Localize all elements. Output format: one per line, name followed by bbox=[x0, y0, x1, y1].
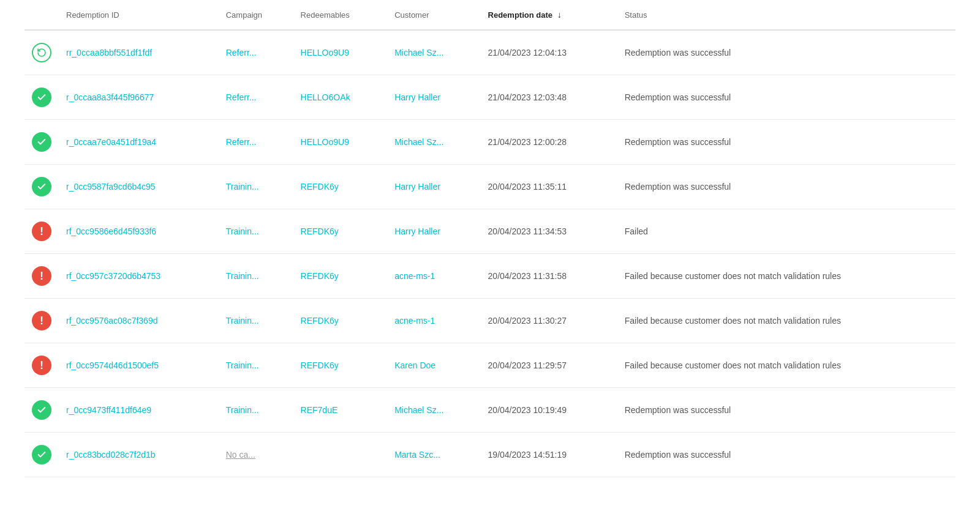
redeemables-cell[interactable]: REFDK6y bbox=[293, 209, 388, 254]
redeemables-cell[interactable]: REF7duE bbox=[293, 388, 388, 433]
redeemables-cell[interactable]: REFDK6y bbox=[293, 343, 388, 388]
redeemables-cell[interactable]: HELLOo9U9 bbox=[293, 120, 388, 165]
customer-link[interactable]: Marta Szc... bbox=[394, 450, 440, 460]
icon-cell bbox=[24, 75, 59, 120]
campaign-cell[interactable]: Trainin... bbox=[219, 299, 293, 343]
campaign-link[interactable]: Trainin... bbox=[226, 226, 259, 236]
redemption-id-cell[interactable]: r_0cc9587fa9cd6b4c95 bbox=[59, 165, 219, 209]
redemption-id-link[interactable]: rf_0cc9576ac08c7f369d bbox=[66, 316, 157, 326]
redemption-id-link[interactable]: rf_0cc9586e6d45f933f6 bbox=[66, 226, 156, 236]
redeemables-link[interactable]: HELLOo9U9 bbox=[301, 137, 349, 147]
customer-cell[interactable]: Marta Szc... bbox=[387, 433, 480, 477]
redemption-id-link[interactable]: r_0cc83bcd028c7f2d1b bbox=[66, 450, 156, 460]
redemption-id-cell[interactable]: rf_0cc957c3720d6b4753 bbox=[59, 254, 219, 299]
customer-link[interactable]: Michael Sz... bbox=[394, 48, 443, 58]
icon-cell bbox=[24, 165, 59, 209]
redeemables-cell[interactable]: REFDK6y bbox=[293, 165, 388, 209]
redeemables-cell[interactable] bbox=[293, 433, 388, 477]
redemption-id-link[interactable]: rf_0cc957c3720d6b4753 bbox=[66, 271, 160, 281]
campaign-link[interactable]: Trainin... bbox=[226, 360, 259, 370]
redemption-id-cell[interactable]: r_0ccaa8a3f445f96677 bbox=[59, 75, 219, 120]
redeemables-link[interactable]: REFDK6y bbox=[301, 360, 339, 370]
redemption-id-link[interactable]: r_0cc9473ff411df64e9 bbox=[66, 405, 151, 415]
campaign-cell[interactable]: Referr... bbox=[219, 120, 293, 165]
table-row[interactable]: r_0cc9587fa9cd6b4c95Trainin...REFDK6yHar… bbox=[24, 165, 956, 209]
redeemables-link[interactable]: REFDK6y bbox=[301, 316, 339, 326]
redemption-date-cell: 21/04/2023 12:04:13 bbox=[481, 30, 617, 75]
table-row[interactable]: !rf_0cc9576ac08c7f369dTrainin...REFDK6ya… bbox=[24, 299, 956, 343]
campaign-link[interactable]: No ca... bbox=[226, 450, 255, 460]
table-row[interactable]: !rf_0cc9574d46d1500ef5Trainin...REFDK6yK… bbox=[24, 343, 956, 388]
customer-cell[interactable]: acne-ms-1 bbox=[387, 254, 480, 299]
campaign-link[interactable]: Referr... bbox=[226, 48, 257, 58]
redemption-id-link[interactable]: rf_0cc9574d46d1500ef5 bbox=[66, 360, 159, 370]
customer-cell[interactable]: Michael Sz... bbox=[387, 30, 480, 75]
customer-cell[interactable]: Michael Sz... bbox=[387, 388, 480, 433]
campaign-cell[interactable]: Referr... bbox=[219, 75, 293, 120]
col-status: Status bbox=[617, 0, 956, 30]
table-row[interactable]: r_0ccaa8a3f445f96677Referr...HELLO6OAkHa… bbox=[24, 75, 956, 120]
redeemables-link[interactable]: HELLOo9U9 bbox=[301, 48, 349, 58]
redeemables-cell[interactable]: HELLOo9U9 bbox=[293, 30, 388, 75]
redeemables-cell[interactable]: HELLO6OAk bbox=[293, 75, 388, 120]
success-icon bbox=[32, 132, 51, 152]
redemption-id-link[interactable]: r_0cc9587fa9cd6b4c95 bbox=[66, 182, 156, 192]
table-row[interactable]: r_0cc9473ff411df64e9Trainin...REF7duEMic… bbox=[24, 388, 956, 433]
table-row[interactable]: !rf_0cc9586e6d45f933f6Trainin...REFDK6yH… bbox=[24, 209, 956, 254]
campaign-link[interactable]: Trainin... bbox=[226, 271, 259, 281]
campaign-cell[interactable]: Trainin... bbox=[219, 254, 293, 299]
redemption-id-cell[interactable]: r_0cc9473ff411df64e9 bbox=[59, 388, 219, 433]
redeemables-link[interactable]: REFDK6y bbox=[301, 182, 339, 192]
customer-cell[interactable]: Harry Haller bbox=[387, 165, 480, 209]
campaign-cell[interactable]: Trainin... bbox=[219, 343, 293, 388]
redemption-id-cell[interactable]: rf_0cc9574d46d1500ef5 bbox=[59, 343, 219, 388]
customer-cell[interactable]: acne-ms-1 bbox=[387, 299, 480, 343]
customer-link[interactable]: Michael Sz... bbox=[394, 137, 443, 147]
col-redemption-id: Redemption ID bbox=[59, 0, 219, 30]
campaign-link[interactable]: Trainin... bbox=[226, 182, 259, 192]
redemption-id-link[interactable]: r_0ccaa7e0a451df19a4 bbox=[66, 137, 156, 147]
table-row[interactable]: !rf_0cc957c3720d6b4753Trainin...REFDK6ya… bbox=[24, 254, 956, 299]
redeemables-cell[interactable]: REFDK6y bbox=[293, 299, 388, 343]
customer-link[interactable]: Karen Doe bbox=[394, 360, 435, 370]
customer-link[interactable]: Harry Haller bbox=[394, 92, 440, 102]
campaign-cell[interactable]: Trainin... bbox=[219, 209, 293, 254]
customer-cell[interactable]: Harry Haller bbox=[387, 209, 480, 254]
redemption-id-cell[interactable]: r_0cc83bcd028c7f2d1b bbox=[59, 433, 219, 477]
customer-link[interactable]: acne-ms-1 bbox=[394, 316, 435, 326]
campaign-link[interactable]: Referr... bbox=[226, 92, 257, 102]
table-row[interactable]: rr_0ccaa8bbf551df1fdfReferr...HELLOo9U9M… bbox=[24, 30, 956, 75]
customer-link[interactable]: acne-ms-1 bbox=[394, 271, 435, 281]
campaign-link[interactable]: Trainin... bbox=[226, 405, 259, 415]
campaign-cell[interactable]: Referr... bbox=[219, 30, 293, 75]
table-row[interactable]: r_0ccaa7e0a451df19a4Referr...HELLOo9U9Mi… bbox=[24, 120, 956, 165]
campaign-cell[interactable]: Trainin... bbox=[219, 388, 293, 433]
campaign-cell[interactable]: Trainin... bbox=[219, 165, 293, 209]
campaign-link[interactable]: Trainin... bbox=[226, 316, 259, 326]
campaign-link[interactable]: Referr... bbox=[226, 137, 257, 147]
customer-cell[interactable]: Karen Doe bbox=[387, 343, 480, 388]
redeemables-link[interactable]: REFDK6y bbox=[301, 226, 339, 236]
redeemables-link[interactable]: REF7duE bbox=[301, 405, 338, 415]
customer-link[interactable]: Harry Haller bbox=[394, 226, 440, 236]
redemption-id-link[interactable]: rr_0ccaa8bbf551df1fdf bbox=[66, 48, 152, 58]
redeemables-cell[interactable]: REFDK6y bbox=[293, 254, 388, 299]
col-redemption-date[interactable]: Redemption date ↓ bbox=[481, 0, 617, 30]
redemption-id-cell[interactable]: rf_0cc9586e6d45f933f6 bbox=[59, 209, 219, 254]
col-status-label: Status bbox=[625, 10, 647, 20]
redeemables-link[interactable]: REFDK6y bbox=[301, 271, 339, 281]
redemption-id-cell[interactable]: r_0ccaa7e0a451df19a4 bbox=[59, 120, 219, 165]
col-customer: Customer bbox=[387, 0, 480, 30]
customer-link[interactable]: Harry Haller bbox=[394, 182, 440, 192]
failed-icon: ! bbox=[32, 222, 51, 241]
redemption-id-cell[interactable]: rf_0cc9576ac08c7f369d bbox=[59, 299, 219, 343]
campaign-cell[interactable]: No ca... bbox=[219, 433, 293, 477]
redemption-date-cell: 20/04/2023 11:35:11 bbox=[481, 165, 617, 209]
customer-cell[interactable]: Michael Sz... bbox=[387, 120, 480, 165]
table-row[interactable]: r_0cc83bcd028c7f2d1bNo ca...Marta Szc...… bbox=[24, 433, 956, 477]
redemption-id-cell[interactable]: rr_0ccaa8bbf551df1fdf bbox=[59, 30, 219, 75]
redemption-id-link[interactable]: r_0ccaa8a3f445f96677 bbox=[66, 92, 154, 102]
redeemables-link[interactable]: HELLO6OAk bbox=[301, 92, 350, 102]
customer-cell[interactable]: Harry Haller bbox=[387, 75, 480, 120]
customer-link[interactable]: Michael Sz... bbox=[394, 405, 443, 415]
